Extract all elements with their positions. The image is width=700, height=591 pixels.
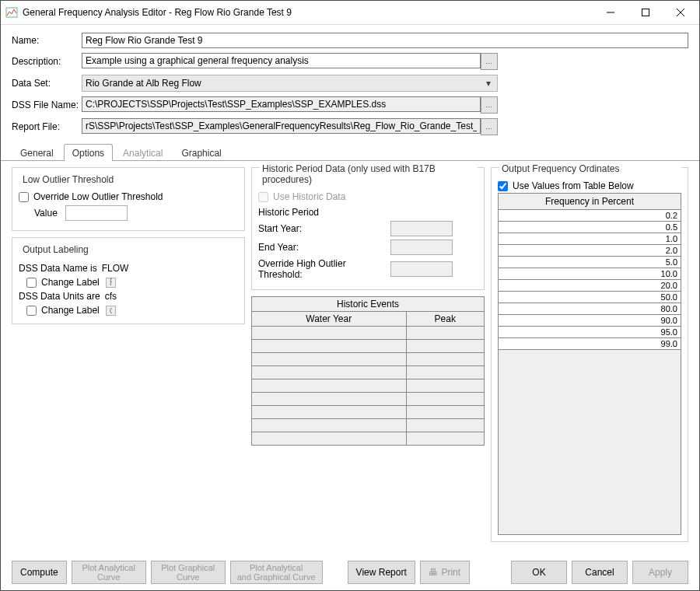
plot-both-curve-button: Plot Analyticaland Graphical Curve (230, 561, 323, 584)
change-units-label-checkbox[interactable]: Change Label (26, 305, 238, 316)
dss-data-units-value: cfs (105, 291, 117, 302)
tab-general[interactable]: General (12, 144, 62, 161)
frequency-row[interactable]: 1.0 (499, 233, 681, 245)
plot-graphical-curve-button: Plot GraphicalCurve (151, 561, 226, 584)
dss-data-name-value: FLOW (102, 263, 129, 274)
frequency-row[interactable]: 5.0 (499, 257, 681, 268)
dataset-select[interactable]: Rio Grande at Alb Reg Flow ▾ (82, 75, 498, 92)
tab-graphical[interactable]: Graphical (173, 144, 229, 161)
description-input[interactable] (82, 53, 481, 68)
apply-button: Apply (632, 561, 688, 584)
name-input[interactable] (82, 33, 688, 48)
low-outlier-panel: Low Outlier Threshold Override Low Outli… (12, 167, 245, 231)
minimize-button[interactable] (593, 2, 628, 23)
titlebar: General Frequency Analysis Editor - Reg … (1, 1, 699, 25)
frequency-row[interactable]: 90.0 (499, 315, 681, 327)
reportfile-browse-button[interactable]: … (481, 118, 498, 135)
view-report-button[interactable]: View Report (348, 561, 415, 584)
frequency-row[interactable]: 80.0 (499, 303, 681, 315)
window-title: General Frequency Analysis Editor - Reg … (23, 7, 593, 18)
frequency-row[interactable]: 0.5 (499, 222, 681, 233)
low-outlier-value-input[interactable] (65, 205, 128, 221)
frequency-row[interactable]: 0.2 (499, 210, 681, 222)
print-button: 🖶Print (420, 561, 470, 584)
tab-options[interactable]: Options (64, 144, 113, 161)
svg-rect-2 (642, 9, 649, 16)
ok-button[interactable]: OK (511, 561, 567, 584)
print-icon: 🖶 (429, 567, 438, 578)
name-label: Name: (12, 35, 82, 46)
frequency-table[interactable]: Frequency in Percent 0.20.51.02.05.010.0… (498, 193, 681, 535)
use-historic-data-checkbox: Use Historic Data (258, 191, 478, 202)
maximize-button[interactable] (628, 2, 663, 23)
frequency-row[interactable]: 20.0 (499, 280, 681, 292)
frequency-row[interactable]: 95.0 (499, 327, 681, 338)
cancel-button[interactable]: Cancel (572, 561, 628, 584)
frequency-row[interactable]: 2.0 (499, 245, 681, 257)
start-year-input (390, 221, 453, 236)
close-button[interactable] (663, 2, 698, 23)
dssfile-input[interactable] (82, 96, 481, 112)
use-values-checkbox[interactable]: Use Values from Table Below (498, 180, 681, 191)
output-labeling-panel: Output Labeling DSS Data Name is FLOW Ch… (12, 237, 245, 324)
units-label-input (106, 306, 116, 316)
name-label-input (106, 278, 116, 288)
compute-button[interactable]: Compute (12, 561, 67, 584)
tab-analytical[interactable]: Analytical (114, 144, 171, 161)
output-frequency-panel: Output Frequency Ordinates Use Values fr… (491, 167, 688, 542)
end-year-input (390, 240, 453, 255)
plot-analytical-curve-button: Plot AnalyticalCurve (72, 561, 146, 584)
frequency-row[interactable]: 50.0 (499, 292, 681, 303)
app-icon (5, 6, 18, 19)
dataset-label: Data Set: (12, 78, 82, 89)
reportfile-input[interactable] (82, 118, 481, 134)
override-high-outlier-input (390, 261, 453, 277)
chevron-down-icon: ▾ (486, 78, 494, 89)
dssfile-browse-button[interactable]: … (481, 96, 498, 114)
dssfile-label: DSS File Name: (12, 100, 82, 110)
historic-period-panel: Historic Period Data (only used with B17… (251, 167, 485, 290)
reportfile-label: Report File: (12, 121, 82, 132)
description-expand-button[interactable]: … (481, 53, 498, 70)
change-name-label-checkbox[interactable]: Change Label (26, 277, 238, 288)
frequency-row[interactable]: 10.0 (499, 268, 681, 280)
header-form: Name: Description: … Data Set: Rio Grand… (1, 25, 699, 143)
override-low-outlier-checkbox[interactable]: Override Low Outlier Threshold (19, 191, 238, 202)
tab-bar: General Options Analytical Graphical (1, 143, 699, 161)
footer-buttons: Compute Plot AnalyticalCurve Plot Graphi… (1, 554, 699, 590)
description-label: Description: (12, 56, 82, 67)
historic-events-table[interactable]: Historic Events Water YearPeak (251, 296, 485, 446)
frequency-row[interactable]: 99.0 (499, 338, 681, 350)
